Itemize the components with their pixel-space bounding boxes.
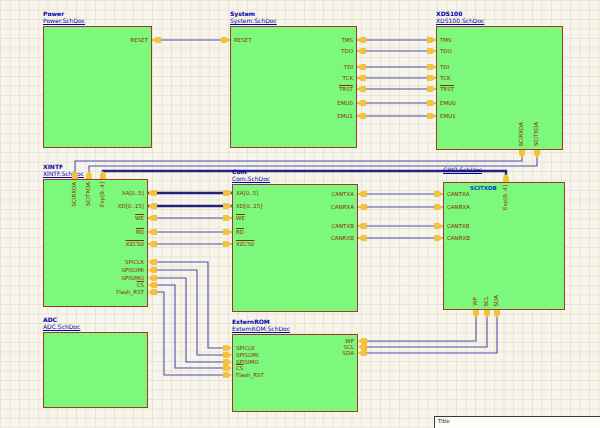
pin-spisomi-label: SPISOMI [121, 267, 144, 273]
pin-xd-0-15-label: XD[0..15] [236, 203, 262, 209]
sheet-file-system[interactable]: System.SchDoc [230, 17, 277, 24]
pin-tdo-label: TDO [341, 48, 353, 54]
pin-wp-label: WP [472, 297, 480, 306]
pin-reset-label: RESET [234, 37, 252, 43]
pin-canrxb-label: CANRXB [331, 235, 354, 241]
pin-spiclk-label: SPICLK [236, 345, 255, 351]
title-block-label: Title [435, 417, 600, 424]
pin-emu1-label: EMU1 [337, 113, 353, 119]
caption-gpio: GPIO.SchDoc [443, 166, 482, 173]
pin-tck-label: TCK [440, 75, 450, 81]
pin-exp-0-4-label: Exp[0..4] [99, 182, 107, 207]
pin-cantxb-label: CANTXB [447, 223, 470, 229]
pin-reset-label: RESET [130, 37, 148, 43]
pin-cantxa-label: CANTXA [447, 191, 470, 197]
sheet-file-gpio[interactable]: GPIO.SchDoc [443, 166, 482, 173]
caption-power: Power Power.SchDoc [43, 10, 85, 24]
pin-tms-label: TMS [341, 37, 353, 43]
pin-tdi-label: TDI [344, 64, 353, 70]
pin-xa-0-5-label: XA[0..5] [236, 190, 258, 196]
pin-sda-label: SDA [343, 350, 354, 356]
pin-tdi-label: TDI [440, 64, 449, 70]
pin-exp-0-4-label: Exp[0..4] [502, 185, 510, 210]
pin-canrxb-label: CANRXB [447, 235, 470, 241]
pin-flash-rst-label: Flash_RST [116, 289, 144, 295]
pin-canrxa-label: CANRXA [447, 204, 470, 210]
wire[interactable] [363, 314, 476, 341]
sheet-symbol-power[interactable] [43, 26, 152, 148]
pin-trst-label: TRST [440, 86, 454, 92]
pin-emu0-label: EMU0 [337, 100, 353, 106]
pin-we-label: WE [236, 215, 245, 221]
pin-tms-label: TMS [440, 37, 452, 43]
sheet-name-adc[interactable]: ADC [43, 316, 80, 323]
pin-flash-rst-label: Flash_RST [236, 372, 264, 378]
sheet-symbol-adc[interactable] [43, 332, 148, 408]
pin-rd-label: RD [236, 229, 244, 235]
schematic-sheet: Power Power.SchDoc System System.SchDoc … [0, 0, 600, 428]
caption-adc: ADC ADC.SchDoc [43, 316, 80, 330]
sheet-name-xds100[interactable]: XDS100 [436, 10, 484, 17]
pin-spiclk-label: SPICLK [125, 259, 144, 265]
sheet-name-com[interactable]: Com [232, 168, 270, 175]
pin-scitxda-label: SCITXDA [533, 122, 541, 146]
caption-com: Com Com.SchDoc [232, 168, 270, 182]
pin-rd-label: RD [136, 229, 144, 235]
pin-scl-label: SCL [483, 296, 491, 306]
pin-trst-label: TRST [339, 86, 353, 92]
wire[interactable] [363, 314, 487, 347]
pin-xzcs0-label: XZCS0 [236, 241, 254, 247]
net-label-scitxdb[interactable]: SCITXDB [470, 185, 497, 191]
sheet-name-xintf[interactable]: XINTF [43, 163, 84, 170]
pin-scitxda-label: SCITXDA [85, 182, 93, 206]
pin-canrxa-label: CANRXA [331, 204, 354, 210]
sheet-file-externrom[interactable]: ExternROM.SchDoc [232, 325, 290, 332]
pin-xd-0-15-label: XD[0..15] [118, 203, 144, 209]
pin-spisimo-label: SPISIMO [121, 275, 144, 281]
caption-externrom: ExternROM ExternROM.SchDoc [232, 318, 290, 332]
pin-scirxda-label: SCIRXDA [518, 122, 526, 146]
sheet-file-adc[interactable]: ADC.SchDoc [43, 323, 80, 330]
title-block: Title [434, 416, 600, 428]
sheet-file-power[interactable]: Power.SchDoc [43, 17, 85, 24]
pin-sda-label: SDA [493, 295, 501, 306]
pin-we-label: WE [135, 215, 144, 221]
pin-spisomi-label: SPISOMI [236, 352, 259, 358]
sheet-file-com[interactable]: Com.SchDoc [232, 175, 270, 182]
pin-scirxda-label: SCIRXDA [71, 182, 79, 206]
pin-cs-label: CS [236, 365, 243, 371]
sheet-file-xds100[interactable]: XDS100.SchDoc [436, 17, 484, 24]
sheet-symbol-xds100[interactable] [436, 26, 563, 150]
pin-cantxb-label: CANTXB [331, 223, 354, 229]
pin-emu0-label: EMU0 [440, 100, 456, 106]
pin-cantxa-label: CANTXA [331, 191, 354, 197]
pin-tck-label: TCK [343, 75, 353, 81]
pin-tdo-label: TDO [440, 48, 452, 54]
pin-emu1-label: EMU1 [440, 113, 456, 119]
sheet-symbol-system[interactable] [230, 26, 357, 148]
sheet-name-power[interactable]: Power [43, 10, 85, 17]
pin-xzcs0-label: XZCS0 [126, 241, 144, 247]
sheet-name-system[interactable]: System [230, 10, 277, 17]
pin-cs-label: CS [137, 282, 144, 288]
caption-system: System System.SchDoc [230, 10, 277, 24]
caption-xds100: XDS100 XDS100.SchDoc [436, 10, 484, 24]
sheet-name-externrom[interactable]: ExternROM [232, 318, 290, 325]
pin-xa-0-5-label: XA[0..5] [122, 190, 144, 196]
